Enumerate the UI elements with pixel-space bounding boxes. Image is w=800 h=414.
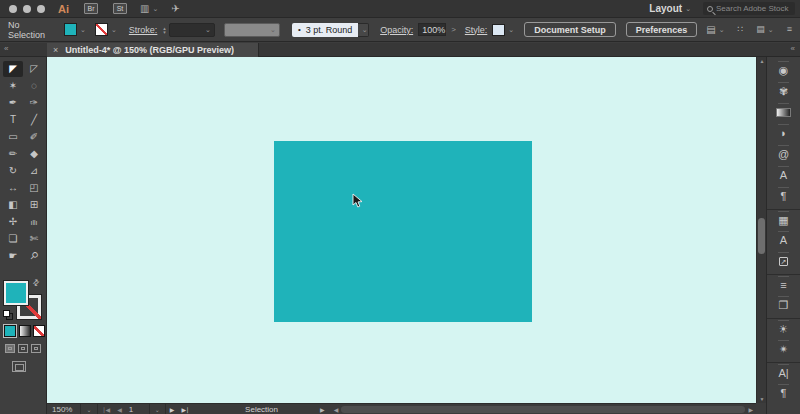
chevron-down-icon[interactable]: ⌄	[768, 26, 774, 33]
swatches-panel-icon[interactable]: ▦	[767, 209, 800, 230]
draw-behind-button[interactable]	[18, 344, 28, 353]
color-panel-icon[interactable]: ◉	[767, 60, 800, 81]
fill-color-swatch[interactable]	[64, 23, 77, 36]
first-artboard-button[interactable]: ❘◀	[98, 406, 114, 413]
stock-search-box[interactable]	[703, 2, 795, 15]
graphic-style-swatch[interactable]	[492, 24, 505, 36]
search-input[interactable]	[716, 4, 790, 13]
chevron-down-icon[interactable]: ⌄	[111, 26, 117, 33]
status-flyout-icon[interactable]: ▶	[320, 406, 325, 413]
scroll-right-icon[interactable]: ▶	[745, 406, 756, 413]
teal-rectangle-shape[interactable]	[274, 141, 532, 322]
document-setup-button[interactable]: Document Setup	[524, 22, 616, 37]
style-label[interactable]: Style:	[465, 25, 488, 35]
vertical-scroll-thumb[interactable]	[758, 218, 765, 254]
stroke-panel-icon[interactable]: ◗	[767, 123, 800, 144]
glyphs-panel-icon[interactable]: A	[767, 230, 800, 251]
document-tab[interactable]: × Untitled-4* @ 150% (RGB/GPU Preview)	[47, 43, 259, 57]
zoom-level-field[interactable]: 150%	[47, 405, 80, 414]
pathfinder-panel-icon[interactable]: ❐	[767, 295, 800, 316]
collapse-toolbar-icon[interactable]: «	[4, 45, 8, 53]
artboard-canvas[interactable]	[47, 57, 756, 403]
collapse-dock-icon[interactable]: «	[791, 45, 795, 53]
panel-options-icon[interactable]: ▤	[706, 25, 715, 35]
perspective-grid-tool[interactable]: ⊞	[24, 197, 44, 213]
column-graph-tool[interactable]: ıllı	[24, 214, 44, 230]
stroke-label[interactable]: Stroke:	[129, 25, 158, 35]
gradient-panel-icon[interactable]	[767, 102, 800, 123]
type-tool[interactable]: T	[3, 112, 23, 128]
window-minimize-button[interactable]	[23, 5, 31, 13]
step-down-icon[interactable]: ▾	[163, 30, 166, 34]
window-close-button[interactable]	[9, 5, 17, 13]
touch-workspace-icon[interactable]: ∷	[738, 25, 744, 34]
color-mode-button[interactable]	[4, 325, 16, 337]
width-tool[interactable]: ↔	[3, 180, 23, 196]
artboard-number-field[interactable]: 1	[125, 405, 149, 414]
align-panel-icon[interactable]: ≡	[767, 274, 800, 295]
gpu-performance-icon[interactable]: ✈	[171, 4, 179, 14]
stroke-width-stepper[interactable]: ▴ ▾	[163, 26, 166, 34]
symbol-sprayer-tool[interactable]: ✢	[3, 214, 23, 230]
opacity-options-arrow[interactable]: >	[451, 25, 456, 34]
eraser-tool[interactable]: ◆	[24, 146, 44, 162]
horizontal-scroll-track[interactable]	[341, 406, 745, 413]
artboard-tool[interactable]: ❏	[3, 231, 23, 247]
dock-panels-icon[interactable]: ▤	[756, 25, 765, 34]
stroke-profile-dropdown[interactable]: ⌄	[224, 23, 280, 37]
lasso-tool[interactable]: ◌	[24, 78, 44, 94]
horizontal-scroll-thumb[interactable]	[341, 406, 745, 413]
magic-wand-tool[interactable]: ✶	[3, 78, 23, 94]
draw-inside-button[interactable]	[31, 344, 41, 353]
curvature-tool[interactable]: ✑	[24, 95, 44, 111]
arrange-documents-icon[interactable]: ▥	[140, 4, 149, 14]
shape-builder-tool[interactable]: ◧	[3, 197, 23, 213]
scale-tool[interactable]: ⊿	[24, 163, 44, 179]
stroke-color-swatch[interactable]	[95, 23, 108, 36]
paragraph-styles-panel-icon[interactable]: ¶	[767, 186, 800, 207]
brush-dropdown-button[interactable]: ⌄	[358, 23, 369, 37]
zoom-tool[interactable]: ⚲	[21, 243, 46, 268]
opacity-label[interactable]: Opacity:	[380, 25, 413, 35]
chevron-down-icon[interactable]: ⌄	[152, 5, 158, 12]
opacity-input[interactable]: 100%	[418, 23, 446, 36]
workspace-switcher[interactable]: Layout	[649, 3, 682, 14]
stock-button[interactable]: St	[113, 3, 127, 14]
color-guide-panel-icon[interactable]: ✾	[767, 81, 800, 102]
horizontal-scrollbar[interactable]: ◀ ▶	[331, 404, 756, 414]
vertical-scrollbar[interactable]: ▲ ▼	[756, 57, 766, 403]
stroke-width-dropdown[interactable]: ⌄	[169, 23, 215, 37]
bridge-button[interactable]: Br	[84, 3, 98, 14]
chevron-down-icon[interactable]: ⌄	[685, 5, 691, 12]
next-artboard-button[interactable]: ▶	[166, 406, 178, 413]
previous-artboard-button[interactable]: ◀	[113, 406, 125, 413]
pencil-tool[interactable]: ✏	[3, 146, 23, 162]
swap-fill-stroke-icon[interactable]: ⇄	[31, 278, 41, 288]
pen-tool[interactable]: ✒	[3, 95, 23, 111]
none-mode-button[interactable]	[33, 325, 45, 337]
rectangle-tool[interactable]: ▭	[3, 129, 23, 145]
zoom-dropdown-icon[interactable]: ⌄	[80, 404, 97, 414]
line-segment-tool[interactable]: ╱	[24, 112, 44, 128]
libraries-panel-icon[interactable]: @	[767, 144, 800, 165]
free-transform-tool[interactable]: ◰	[24, 180, 44, 196]
paintbrush-tool[interactable]: ✐	[24, 129, 44, 145]
paragraph-panel-icon[interactable]: ¶	[767, 383, 800, 404]
window-zoom-button[interactable]	[37, 5, 45, 13]
scroll-left-icon[interactable]: ◀	[331, 406, 342, 413]
artboard-dropdown-icon[interactable]: ⌄	[149, 404, 166, 414]
gradient-mode-button[interactable]	[19, 325, 31, 337]
last-artboard-button[interactable]: ▶❘	[177, 406, 193, 413]
rotate-tool[interactable]: ↻	[3, 163, 23, 179]
bar-menu-icon[interactable]: ≡	[787, 25, 792, 34]
direct-selection-tool[interactable]: ◸	[24, 61, 44, 77]
character-styles-panel-icon[interactable]: A	[767, 165, 800, 186]
screen-mode-button[interactable]	[12, 361, 26, 372]
appearance-panel-icon[interactable]: ☀	[767, 318, 800, 339]
character-panel-icon[interactable]: A|	[767, 362, 800, 383]
brush-definition-dropdown[interactable]: • 3 pt. Round	[292, 23, 358, 37]
fill-indicator[interactable]	[4, 281, 28, 305]
default-fill-stroke-icon[interactable]	[3, 310, 13, 320]
export-panel-icon[interactable]: ↗	[767, 251, 800, 272]
preferences-button[interactable]: Preferences	[626, 22, 698, 37]
